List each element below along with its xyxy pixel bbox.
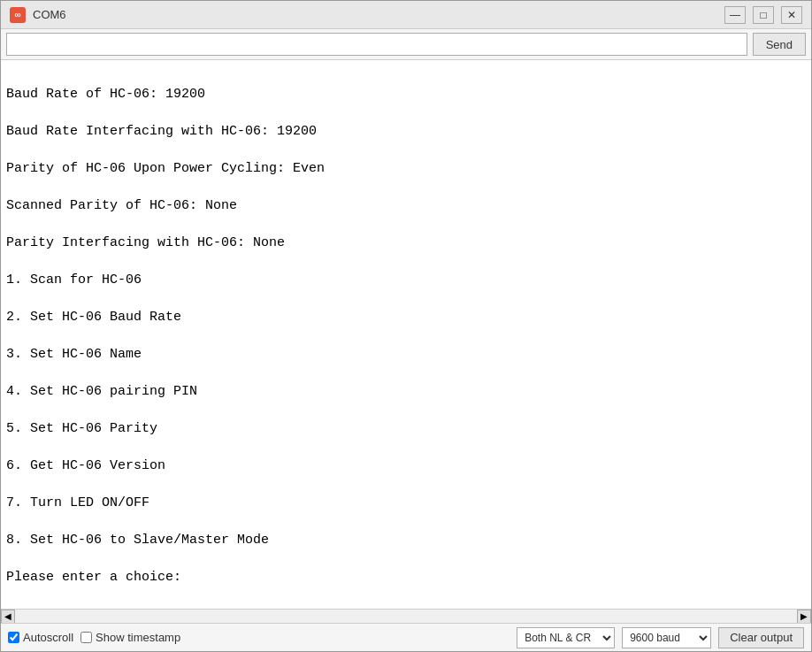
output-line: Scanned Parity of HC-06: None [6,196,806,215]
show-timestamp-label: Show timestamp [96,631,180,644]
scroll-right-button[interactable]: ▶ [797,610,811,624]
output-line: 3. Set HC-06 Name [6,345,806,364]
maximize-button[interactable]: □ [753,6,774,24]
output-line: Please enter a choice: [6,568,806,587]
output-line [6,60,806,66]
output-line: 7. Turn LED ON/OFF [6,494,806,512]
clear-output-button[interactable]: Clear output [718,627,804,648]
scroll-track[interactable] [15,610,797,623]
output-line: 1. Scan for HC-06 [6,271,806,289]
window-title: COM6 [33,8,724,21]
horizontal-scrollbar[interactable]: ◀ ▶ [1,609,811,623]
close-button[interactable]: ✕ [781,6,802,24]
output-line: Parity of HC-06 Upon Power Cycling: Even [6,159,806,178]
show-timestamp-checkbox[interactable] [80,632,92,643]
output-line: 4. Set HC-06 pairing PIN [6,382,806,401]
window-controls: — □ ✕ [724,6,802,24]
autoscroll-checkbox[interactable] [8,632,19,643]
line-ending-dropdown[interactable]: No line endingNewlineCarriage returnBoth… [517,627,615,648]
autoscroll-label: Autoscroll [23,631,73,644]
output-line: 2. Set HC-06 Baud Rate [6,308,806,326]
output-line: Baud Rate Interfacing with HC-06: 19200 [6,122,806,141]
show-timestamp-checkbox-label[interactable]: Show timestamp [80,631,180,644]
minimize-button[interactable]: — [724,6,746,24]
output-line: 6. Get HC-06 Version [6,456,806,475]
output-line: Parity Interfacing with HC-06: None [6,234,806,252]
scroll-left-button[interactable]: ◀ [1,610,15,624]
autoscroll-checkbox-label[interactable]: Autoscroll [8,631,73,644]
send-button[interactable]: Send [753,33,806,56]
serial-input[interactable] [6,33,747,56]
status-bar: Autoscroll Show timestamp No line ending… [1,623,811,651]
output-area[interactable]: 6. Get HC-06 Version 7. Turn LED ON/OFF … [1,60,811,609]
title-bar: ∞ COM6 — □ ✕ [1,1,811,29]
output-line: Baud Rate of HC-06: 19200 [6,85,806,104]
baud-rate-dropdown[interactable]: 300 baud1200 baud2400 baud4800 baud9600 … [622,627,711,648]
output-line: 5. Set HC-06 Parity [6,419,806,438]
output-line: 8. Set HC-06 to Slave/Master Mode [6,531,806,549]
toolbar: Send [1,29,811,60]
main-window: ∞ COM6 — □ ✕ Send 6. Get HC-06 Version 7… [0,0,812,652]
app-icon: ∞ [10,7,26,23]
